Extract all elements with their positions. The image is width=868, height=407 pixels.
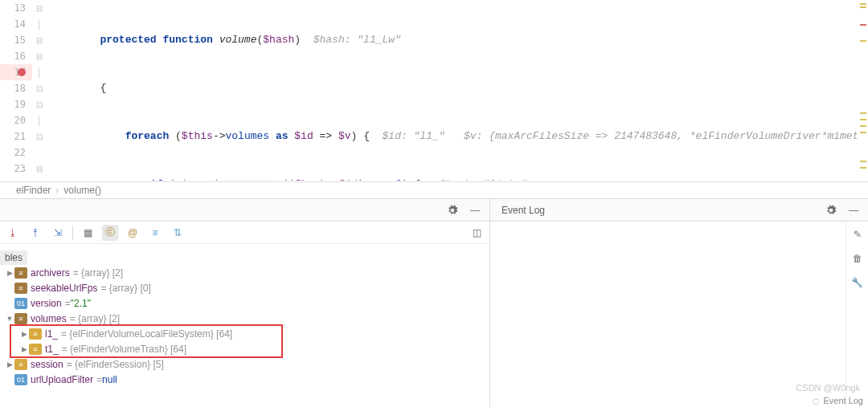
expand-icon[interactable]: ▶	[5, 269, 14, 277]
object-icon: ≡	[29, 328, 42, 340]
expand-icon[interactable]: ▶	[19, 345, 29, 353]
tree-row[interactable]: ▼≡volumes = {array} [2]	[0, 311, 489, 326]
chevron-right-icon: ›	[55, 185, 59, 196]
line-number[interactable]: 18	[0, 80, 32, 96]
sort-icon[interactable]: ⇅	[170, 225, 186, 241]
panel-title: Event Log	[502, 205, 545, 216]
debug-panel: — ⭳ ⭱ ⇲ ▦ ⓒ @ ≡ ⇅ ◫ bles ▶≡archivers = {…	[0, 199, 490, 407]
error-stripe[interactable]	[857, 0, 868, 181]
watermark: CSDN @W0ngk	[796, 383, 860, 393]
code-editor[interactable]: 13 14 15 16 17 18 19 20 21 22 23 ⊟│⊟⊟│⊡⊡…	[0, 0, 868, 181]
array-icon: ≡	[14, 283, 27, 294]
minimize-icon[interactable]: —	[467, 202, 483, 218]
line-number[interactable]: 23	[0, 161, 32, 177]
object-icon: ≡	[29, 344, 42, 355]
event-log-header: Event Log —	[490, 199, 868, 222]
gear-icon[interactable]	[823, 202, 839, 218]
line-number[interactable]: 15	[0, 32, 32, 48]
status-bar-event-log[interactable]: ◌Event Log	[813, 396, 863, 405]
line-number[interactable]: 20	[0, 112, 32, 128]
tree-row[interactable]: ▶≡t1_ = {elFinderVolumeTrash} [64]	[0, 341, 489, 356]
list-icon[interactable]: ≡	[147, 225, 163, 241]
breadcrumb: elFinder › volume()	[0, 181, 868, 199]
value-icon: 01	[14, 374, 27, 385]
event-log-tools: ✎ 🗑 🔧	[845, 222, 868, 407]
tree-row[interactable]: 01urlUploadFilter = null	[0, 372, 489, 387]
class-view-icon[interactable]: ⓒ	[102, 225, 118, 241]
debug-panel-header: —	[0, 199, 489, 222]
line-number[interactable]: 19	[0, 96, 32, 112]
variables-tree[interactable]: ▶≡archivers = {array} [2] ≡seekableUrlFp…	[0, 244, 489, 407]
debug-toolbar: ⭳ ⭱ ⇲ ▦ ⓒ @ ≡ ⇅ ◫	[0, 222, 489, 244]
wrench-icon[interactable]: 🔧	[850, 275, 866, 291]
upload-icon[interactable]: ⭱	[27, 225, 43, 241]
breadcrumb-item[interactable]: volume()	[63, 185, 101, 196]
fold-column[interactable]: ⊟│⊟⊟│⊡⊡│⊡⊟	[32, 0, 47, 181]
event-log-panel: Event Log — ✎ 🗑 🔧	[490, 199, 868, 407]
expand-icon[interactable]: ▶	[19, 330, 29, 338]
at-icon[interactable]: @	[125, 225, 141, 241]
array-icon: ≡	[14, 267, 27, 279]
string-icon: 01	[14, 298, 27, 309]
edit-icon[interactable]: ✎	[850, 226, 866, 242]
tree-row[interactable]: ▶≡archivers = {array} [2]	[0, 265, 489, 280]
event-log-content[interactable]	[490, 222, 845, 407]
line-number[interactable]: 16	[0, 48, 32, 64]
breadcrumb-item[interactable]: elFinder	[16, 185, 51, 196]
line-number[interactable]: 14	[0, 16, 32, 32]
collapse-icon[interactable]: ▼	[5, 315, 14, 323]
gear-icon[interactable]	[444, 202, 461, 218]
expand-icon[interactable]: ▶	[5, 360, 14, 368]
filter-icon[interactable]: ⇲	[50, 225, 66, 241]
code-content[interactable]: protected function volume($hash) $hash: …	[47, 0, 868, 181]
line-gutter[interactable]: 13 14 15 16 17 18 19 20 21 22 23	[0, 0, 32, 181]
array-icon: ≡	[14, 313, 27, 324]
object-icon: ≡	[14, 359, 27, 370]
tree-row[interactable]: ▶≡session = {elFinderSession} [5]	[0, 356, 489, 372]
grid-icon[interactable]: ▦	[80, 225, 96, 241]
line-number[interactable]: 13	[0, 0, 32, 16]
minimize-icon[interactable]: —	[845, 202, 862, 218]
breakpoint-line-number[interactable]: 17	[0, 64, 32, 80]
tree-row[interactable]: ≡seekableUrlFps = {array} [0]	[0, 280, 489, 295]
line-number[interactable]: 22	[0, 144, 32, 161]
download-icon[interactable]: ⭳	[5, 225, 21, 241]
trash-icon[interactable]: 🗑	[850, 250, 866, 267]
tree-row[interactable]: ▶≡l1_ = {elFinderVolumeLocalFileSystem} …	[0, 326, 489, 341]
layout-icon[interactable]: ◫	[469, 225, 485, 241]
bottom-panels: — ⭳ ⭱ ⇲ ▦ ⓒ @ ≡ ⇅ ◫ bles ▶≡archivers = {…	[0, 199, 868, 407]
line-number[interactable]: 21	[0, 128, 32, 144]
tree-row[interactable]: 01version = "2.1"	[0, 295, 489, 311]
